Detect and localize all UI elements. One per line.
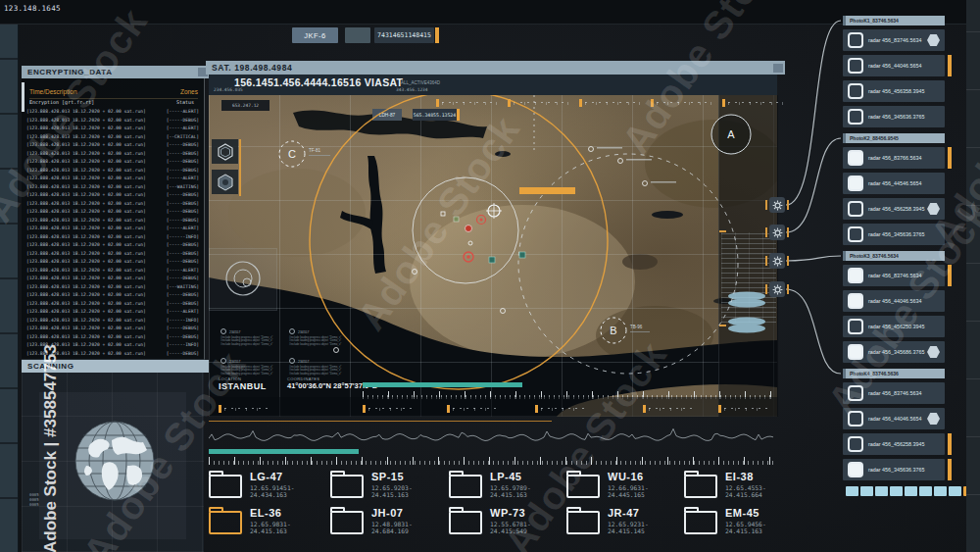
radar-row-label: radar 456_44046.5654	[868, 63, 922, 69]
radar-row[interactable]: radar 456_83766.5634	[843, 147, 945, 169]
radar-row[interactable]: radar 456_44046.5634	[843, 290, 945, 312]
radar-group: PhotoK1_83746.5634radar 456_83746.5634ra…	[843, 16, 945, 127]
radar-group-header: PhotoK2_88456.9545	[843, 133, 945, 143]
radar-row-label: radar 456_345686.3765	[868, 349, 925, 355]
radar-group-header: PhotoK1_83746.5634	[843, 16, 945, 25]
radar-row[interactable]: radar 456_345636.3765	[843, 459, 945, 480]
progress-segment	[875, 486, 888, 496]
hexagon-icon	[927, 203, 940, 216]
radar-checkbox[interactable]	[848, 319, 863, 334]
radar-row-label: radar 456_83746.5634	[868, 37, 922, 43]
radar-row[interactable]: radar 456_83746.5634	[843, 382, 945, 404]
gear-icon	[772, 284, 783, 295]
radar-row[interactable]: radar 456_83746.5634	[843, 265, 945, 286]
surveillance-hud: 123.148.1645 JKF-6 74314651148415 ENCRYP…	[0, 0, 980, 552]
radar-row-label: radar 456_83746.5634	[868, 273, 922, 278]
gear-node-button[interactable]	[769, 253, 785, 269]
radar-row-label: radar 456_345636.3765	[868, 114, 925, 120]
radar-row-label: radar 456_456258.3945	[868, 441, 925, 447]
radar-checkbox[interactable]	[848, 109, 863, 125]
radar-group: PhotoK4_83746.5636radar 456_83746.5634ra…	[843, 369, 945, 480]
progress-segment	[890, 486, 903, 496]
radar-row[interactable]: radar 456_345636.3765	[843, 224, 945, 245]
radar-group: PhotoK2_88456.9545radar 456_83766.5634ra…	[843, 133, 945, 245]
radar-checkbox[interactable]	[848, 436, 863, 452]
progress-segment	[846, 486, 858, 496]
radar-row-label: radar 456_44046.5654	[868, 416, 922, 422]
gear-icon	[772, 227, 783, 238]
radar-row[interactable]: radar 456_345636.3765	[843, 106, 945, 127]
hexagon-icon	[927, 346, 940, 359]
radar-checkbox[interactable]	[848, 150, 863, 166]
radar-checkbox[interactable]	[848, 268, 863, 283]
radar-row-label: radar 456_456258.3945	[868, 206, 925, 212]
radar-checkbox[interactable]	[848, 83, 863, 99]
gear-node-button[interactable]	[769, 225, 785, 240]
radar-row[interactable]: radar 456_456258.3945	[843, 198, 945, 220]
radar-list-panel: PhotoK1_83746.5634radar 456_83746.5634ra…	[843, 16, 945, 486]
radar-row-label: radar 456_44546.5654	[868, 180, 922, 186]
gear-icon	[772, 200, 783, 211]
radar-row-label: radar 456_44046.5634	[868, 298, 922, 304]
radar-row-label: radar 456_83746.5634	[868, 390, 922, 396]
radar-row[interactable]: radar 456_83746.5634	[843, 29, 945, 51]
progress-segment	[919, 486, 932, 496]
radar-row[interactable]: radar 456_345686.3765	[843, 341, 945, 363]
gear-node-button[interactable]	[769, 281, 785, 297]
radar-row[interactable]: radar 456_456250.3945	[843, 316, 945, 337]
radar-row-label: radar 456_83766.5634	[868, 155, 922, 161]
radar-row-label: radar 456_456250.3945	[868, 324, 925, 329]
radar-checkbox[interactable]	[848, 58, 863, 74]
radar-row[interactable]: radar 456_44046.5654	[843, 408, 945, 429]
progress-segment	[934, 486, 947, 496]
radar-row-label: radar 456_345636.3765	[868, 231, 925, 237]
radar-row[interactable]: radar 456_44046.5654	[843, 55, 945, 76]
radar-row[interactable]: radar 456_44546.5654	[843, 173, 945, 194]
radar-checkbox[interactable]	[848, 176, 863, 191]
hexagon-icon	[927, 413, 940, 426]
progress-segment	[905, 486, 917, 496]
radar-checkbox[interactable]	[848, 201, 863, 217]
segmented-progress-bar	[846, 486, 976, 496]
radar-checkbox[interactable]	[848, 411, 863, 427]
right-edge-strip	[966, 0, 980, 552]
radar-checkbox[interactable]	[848, 462, 863, 477]
hexagon-icon	[927, 34, 940, 47]
connector-curves	[0, 0, 980, 552]
radar-checkbox[interactable]	[848, 226, 863, 242]
gear-node-button[interactable]	[769, 197, 785, 213]
progress-segment	[949, 486, 961, 496]
radar-checkbox[interactable]	[848, 293, 863, 309]
radar-row-label: radar 456_345636.3765	[868, 467, 925, 473]
gear-icon	[772, 256, 783, 267]
radar-checkbox[interactable]	[848, 344, 863, 360]
radar-group: PhotoK3_83746.5634radar 456_83746.5634ra…	[843, 251, 945, 363]
radar-group-header: PhotoK3_83746.5634	[843, 251, 945, 261]
progress-segment	[860, 486, 873, 496]
radar-checkbox[interactable]	[848, 385, 863, 401]
radar-row[interactable]: radar 456_456358.3945	[843, 80, 945, 102]
radar-row-label: radar 456_456358.3945	[868, 88, 925, 94]
radar-group-header: PhotoK4_83746.5636	[843, 369, 945, 378]
radar-row[interactable]: radar 456_456258.3945	[843, 433, 945, 455]
radar-checkbox[interactable]	[848, 32, 863, 48]
